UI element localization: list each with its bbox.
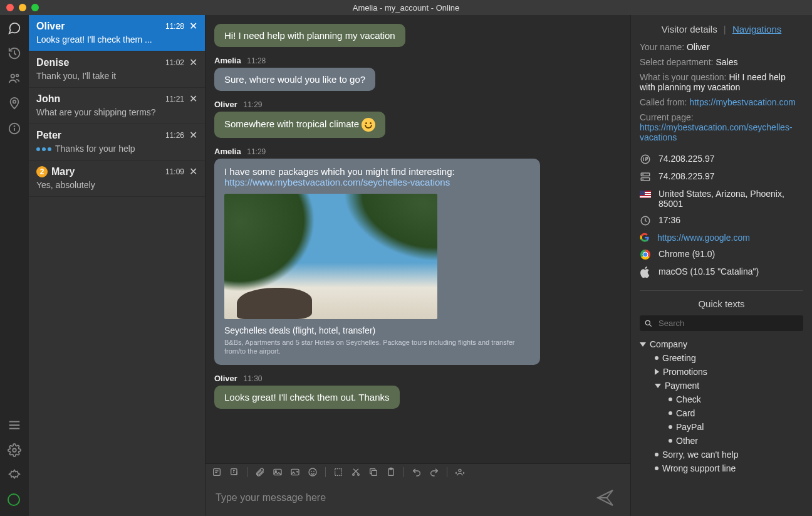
window-title: Amelia - my_account - Online [6, 3, 806, 13]
screenshot-icon[interactable] [290, 467, 300, 477]
link-preview-description: B&Bs, Apartments and 5 star Hotels on Se… [224, 338, 530, 356]
conversation-list: Oliver11:28✕Looks great! I'll check them… [29, 15, 206, 516]
conversation-name: John [36, 93, 60, 105]
conversation-item[interactable]: Peter11:26✕Thanks for your help [29, 124, 205, 161]
message-header: Amelia 11:28 [214, 56, 618, 65]
sender-name: Amelia [214, 56, 241, 65]
message-time: 11:29 [243, 100, 262, 109]
window-minimize-button[interactable] [19, 4, 26, 11]
conversation-item[interactable]: 2Mary11:09✕Yes, absolutely [29, 161, 205, 197]
info-link[interactable]: https://www.google.com [657, 233, 750, 243]
message-header: Amelia 11:29 [214, 147, 618, 156]
close-icon[interactable]: ✕ [189, 129, 197, 141]
history-icon[interactable] [8, 46, 21, 60]
cut-icon[interactable] [351, 467, 361, 477]
message-time: 11:28 [247, 56, 266, 65]
detail-question: What is your question: Hi! I need help w… [640, 72, 803, 92]
conversation-item[interactable]: Oliver11:28✕Looks great! I'll check them… [29, 15, 205, 51]
emoji-icon[interactable] [308, 467, 318, 477]
package-link[interactable]: https://www.mybestvacation.com/seychelle… [224, 177, 530, 187]
menu-icon[interactable] [8, 418, 21, 432]
qt-item-greeting[interactable]: Greeting [655, 351, 803, 365]
conversation-preview: Thanks for your help [36, 144, 197, 154]
canned-response-icon[interactable] [212, 467, 222, 477]
window-maximize-button[interactable] [31, 4, 39, 11]
svg-point-12 [311, 471, 312, 471]
qt-item-check[interactable]: Check [669, 392, 803, 406]
detail-current-page: Current page: https://mybestvacation.com… [640, 112, 803, 142]
svg-point-2 [13, 100, 16, 103]
conversation-preview: What are your shipping terms? [36, 107, 197, 117]
close-icon[interactable]: ✕ [189, 56, 197, 68]
message-time: 11:30 [243, 374, 262, 383]
location-icon[interactable] [8, 97, 21, 110]
qt-folder-payment[interactable]: Payment [655, 379, 803, 392]
info-host: 74.208.225.97 [640, 171, 803, 182]
conversation-time: 11:26 [165, 131, 184, 140]
message-text: Somewhere with tropical climate [224, 118, 362, 129]
quick-texts-search [640, 315, 803, 331]
conversation-name: Denise [36, 57, 69, 68]
quick-texts-title: Quick texts [640, 298, 803, 309]
google-icon [640, 233, 650, 243]
copy-icon[interactable] [368, 467, 378, 477]
image-icon[interactable] [273, 467, 283, 477]
select-icon[interactable] [333, 467, 343, 477]
qt-item-sorry[interactable]: Sorry, we can't help [655, 448, 803, 461]
qt-item-paypal[interactable]: PayPal [669, 420, 803, 434]
close-icon[interactable]: ✕ [189, 93, 197, 105]
info-ip: 74.208.225.97 [640, 154, 803, 165]
attachment-icon[interactable] [255, 467, 265, 477]
quick-texts-section: Quick texts Company Greeting Promotions … [640, 290, 803, 475]
conversation-time: 11:28 [165, 22, 184, 31]
link-preview-image [224, 194, 437, 319]
tab-visitor-details[interactable]: Visitor details [662, 24, 717, 34]
svg-point-15 [353, 473, 355, 475]
conversation-name: Mary [51, 166, 75, 177]
tab-navigations[interactable]: Navigations [732, 24, 781, 34]
paste-icon[interactable] [386, 467, 396, 477]
chrome-icon [640, 249, 651, 260]
svg-point-13 [314, 471, 315, 471]
message-bubble: Somewhere with tropical climate [214, 112, 385, 138]
details-panel: Visitor details | Navigations Your name:… [630, 15, 812, 516]
svg-point-16 [358, 473, 360, 475]
server-icon [640, 171, 651, 182]
svg-point-25 [643, 179, 643, 179]
info-value: Chrome (91.0) [658, 249, 715, 259]
settings-icon[interactable] [8, 443, 21, 457]
visitors-icon[interactable] [8, 71, 21, 85]
svg-point-4 [14, 126, 15, 127]
qt-folder-promotions[interactable]: Promotions [655, 365, 803, 379]
clock-icon [640, 215, 651, 226]
qt-item-other[interactable]: Other [669, 434, 803, 448]
message-bubble: Hi! I need help with planning my vacatio… [214, 24, 405, 47]
chats-icon[interactable] [8, 21, 21, 35]
svg-point-24 [643, 174, 643, 175]
qt-folder-company[interactable]: Company [640, 337, 803, 351]
info-icon[interactable] [8, 122, 21, 135]
qt-item-card[interactable]: Card [669, 406, 803, 420]
redo-icon[interactable] [429, 467, 439, 477]
info-value: 17:36 [658, 215, 680, 225]
window-close-button[interactable] [6, 4, 14, 11]
close-icon[interactable]: ✕ [189, 20, 197, 32]
close-icon[interactable]: ✕ [189, 166, 197, 177]
conversation-item[interactable]: Denise11:02✕Thank you, I'll take it [29, 51, 205, 88]
conversation-time: 11:02 [165, 58, 184, 67]
brightness-icon[interactable] [8, 468, 21, 482]
conversation-item[interactable]: John11:21✕What are your shipping terms? [29, 88, 205, 124]
unread-badge: 2 [36, 166, 48, 177]
typing-indicator-icon [36, 147, 51, 151]
conversation-preview: Yes, absolutely [36, 180, 197, 190]
undo-icon[interactable] [412, 467, 422, 477]
qt-item-wrong[interactable]: Wrong support line [655, 461, 803, 475]
svg-rect-17 [372, 470, 377, 475]
quick-texts-search-input[interactable] [640, 315, 803, 331]
add-canned-icon[interactable] [229, 467, 239, 477]
status-indicator-icon[interactable] [8, 493, 21, 507]
svg-point-27 [645, 320, 650, 325]
message-input[interactable] [216, 492, 620, 503]
cobrowse-icon[interactable] [455, 467, 465, 477]
send-button[interactable] [595, 488, 615, 508]
